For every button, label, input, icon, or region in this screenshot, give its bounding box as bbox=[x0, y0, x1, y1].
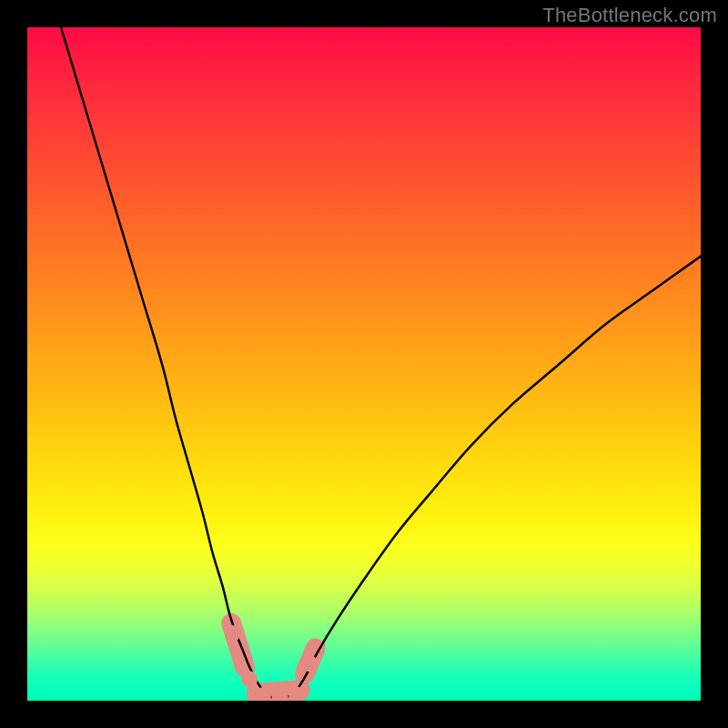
chart-frame: TheBottleneck.com bbox=[0, 0, 728, 728]
watermark-text: TheBottleneck.com bbox=[542, 4, 717, 27]
plot-background bbox=[27, 27, 701, 701]
